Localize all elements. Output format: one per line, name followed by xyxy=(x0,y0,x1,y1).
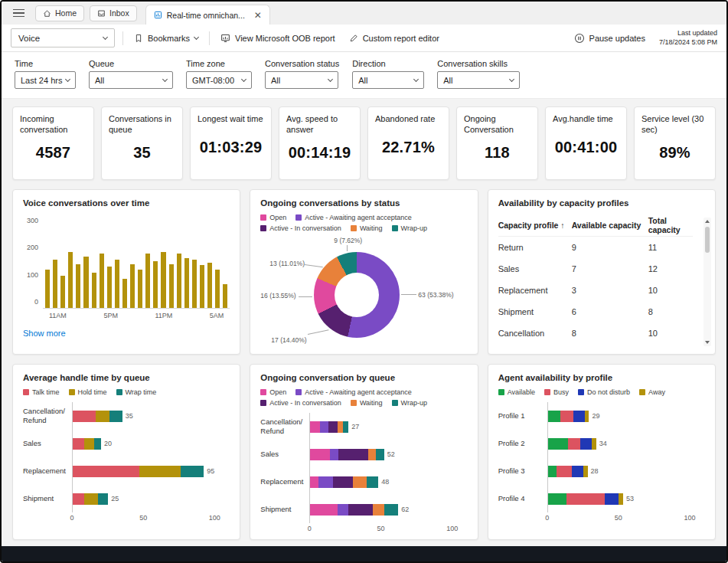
legend-item[interactable]: Active - Awaiting agent acceptance xyxy=(295,214,411,221)
column-bar[interactable] xyxy=(107,267,112,308)
column-header[interactable]: Available capacity xyxy=(572,221,648,230)
bar-segment[interactable] xyxy=(94,438,101,450)
filter-dropdown[interactable]: All xyxy=(265,71,338,89)
column-bar[interactable] xyxy=(138,270,142,308)
bar-segment[interactable] xyxy=(139,466,181,477)
scroll-down-icon[interactable] xyxy=(705,341,710,344)
column-bar[interactable] xyxy=(45,270,50,308)
stacked-bar[interactable] xyxy=(310,476,378,488)
table-row[interactable]: Return911 xyxy=(498,237,693,258)
donut-ring[interactable] xyxy=(314,252,400,338)
bar-segment[interactable] xyxy=(373,504,384,516)
legend-item[interactable]: Away xyxy=(639,388,665,396)
column-bar[interactable] xyxy=(122,279,127,308)
bar-segment[interactable] xyxy=(583,466,588,477)
tab-inbox[interactable]: Inbox xyxy=(90,5,137,21)
custom-report-editor-button[interactable]: Custom report editor xyxy=(346,34,442,43)
stacked-bar[interactable] xyxy=(310,449,384,460)
bar-segment[interactable] xyxy=(73,493,84,505)
legend-item[interactable]: Busy xyxy=(544,388,569,396)
column-bar[interactable] xyxy=(92,273,96,308)
bar-segment[interactable] xyxy=(353,476,367,488)
tab-realtime-omnichannel[interactable]: Real-time omnichan... ✕ xyxy=(145,5,270,25)
legend-item[interactable]: Open xyxy=(260,214,286,221)
column-bar[interactable] xyxy=(223,284,227,308)
column-header[interactable]: Capacity profile ↑ xyxy=(498,221,572,230)
bar-segment[interactable] xyxy=(310,504,337,516)
bookmarks-button[interactable]: Bookmarks xyxy=(131,34,201,43)
menu-icon[interactable] xyxy=(13,9,24,18)
bar-segment[interactable] xyxy=(318,476,333,488)
show-more-link[interactable]: Show more xyxy=(23,329,66,338)
bar-segment[interactable] xyxy=(310,421,320,433)
column-bar[interactable] xyxy=(68,252,73,308)
stacked-bar[interactable] xyxy=(548,411,589,422)
bar-segment[interactable] xyxy=(84,438,94,450)
bar-segment[interactable] xyxy=(592,438,596,450)
bar-segment[interactable] xyxy=(568,438,581,450)
bar-segment[interactable] xyxy=(338,421,343,433)
report-selector-dropdown[interactable]: Voice xyxy=(11,28,115,47)
column-bar[interactable] xyxy=(130,264,135,309)
stacked-bar[interactable] xyxy=(73,466,204,477)
legend-item[interactable]: Do not disturb xyxy=(578,388,630,396)
bar-segment[interactable] xyxy=(619,493,623,505)
filter-dropdown[interactable]: All xyxy=(437,71,520,89)
stacked-bar[interactable] xyxy=(73,411,122,422)
bar-segment[interactable] xyxy=(330,449,338,460)
column-bar[interactable] xyxy=(192,260,197,308)
bar-segment[interactable] xyxy=(348,504,373,516)
column-bar[interactable] xyxy=(100,254,104,308)
bar-segment[interactable] xyxy=(320,421,328,433)
legend-item[interactable]: Wrap-up xyxy=(392,399,427,407)
stacked-bar[interactable] xyxy=(73,493,108,505)
bar-segment[interactable] xyxy=(384,504,399,516)
bar-segment[interactable] xyxy=(605,493,619,505)
scroll-thumb[interactable] xyxy=(705,227,710,253)
table-row[interactable]: Cancellation810 xyxy=(498,322,693,344)
legend-item[interactable]: Wrap time xyxy=(116,388,157,396)
bar-segment[interactable] xyxy=(73,438,84,450)
column-bar[interactable] xyxy=(215,270,220,308)
column-bar[interactable] xyxy=(153,261,158,308)
scroll-up-icon[interactable] xyxy=(705,220,710,223)
stacked-bar[interactable] xyxy=(310,421,348,433)
close-icon[interactable]: ✕ xyxy=(254,11,262,20)
bar-segment[interactable] xyxy=(310,449,330,460)
legend-item[interactable]: Talk time xyxy=(23,388,60,396)
bar-segment[interactable] xyxy=(560,411,573,422)
bar-segment[interactable] xyxy=(338,504,349,516)
column-bar[interactable] xyxy=(83,257,88,308)
legend-item[interactable]: Active - In conversation xyxy=(260,224,341,232)
bar-segment[interactable] xyxy=(73,466,139,477)
bar-segment[interactable] xyxy=(376,449,384,460)
bar-segment[interactable] xyxy=(548,493,566,505)
pause-updates-button[interactable]: Pause updates xyxy=(571,33,648,44)
bar-segment[interactable] xyxy=(548,438,568,450)
legend-item[interactable]: Active - Awaiting agent acceptance xyxy=(295,388,411,396)
column-bar[interactable] xyxy=(53,260,57,308)
column-bar[interactable] xyxy=(76,264,80,309)
view-oob-report-button[interactable]: View Microsoft OOB report xyxy=(217,33,338,43)
bar-segment[interactable] xyxy=(98,493,108,505)
bar-segment[interactable] xyxy=(310,476,318,488)
legend-item[interactable]: Active - In conversation xyxy=(260,399,341,407)
bar-segment[interactable] xyxy=(566,493,605,505)
stacked-bar[interactable] xyxy=(548,438,596,450)
tab-home[interactable]: Home xyxy=(35,5,84,21)
legend-item[interactable]: Hold time xyxy=(69,388,107,396)
filter-dropdown[interactable]: Last 24 hrs xyxy=(15,71,76,89)
bar-segment[interactable] xyxy=(109,411,122,422)
bar-segment[interactable] xyxy=(557,466,572,477)
legend-item[interactable]: Wrap-up xyxy=(392,224,427,232)
bar-segment[interactable] xyxy=(338,449,368,460)
table-row[interactable]: Sales712 xyxy=(498,258,693,280)
column-bar[interactable] xyxy=(115,260,119,308)
legend-item[interactable]: Waiting xyxy=(351,399,383,407)
bar-segment[interactable] xyxy=(573,411,585,422)
bar-segment[interactable] xyxy=(585,411,589,422)
column-bar[interactable] xyxy=(207,263,212,308)
bar-segment[interactable] xyxy=(343,421,348,433)
column-bar[interactable] xyxy=(200,265,204,308)
bar-segment[interactable] xyxy=(84,493,99,505)
